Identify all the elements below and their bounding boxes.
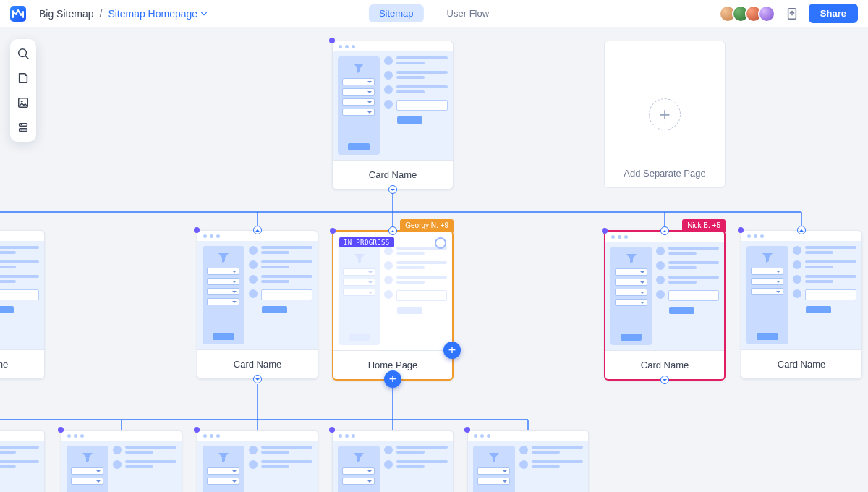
port-top[interactable] <box>797 226 806 234</box>
share-button[interactable]: Share <box>809 4 858 23</box>
breadcrumb-sitemap-link[interactable]: Sitemap Homepage <box>108 8 208 20</box>
tool-search[interactable] <box>14 45 32 62</box>
node-card[interactable] <box>0 430 45 492</box>
image-icon <box>17 96 30 109</box>
drag-handle-icon[interactable] <box>330 228 336 234</box>
port-bottom[interactable] <box>253 375 262 383</box>
drag-handle-icon[interactable] <box>194 427 200 433</box>
drag-handle-icon[interactable] <box>194 227 200 233</box>
node-card[interactable]: Card Name <box>0 230 45 379</box>
node-card[interactable] <box>332 430 454 492</box>
node-titlebar[interactable] <box>333 41 453 51</box>
node-card[interactable] <box>197 430 318 492</box>
tool-note[interactable] <box>14 69 32 87</box>
node-card[interactable] <box>467 430 589 492</box>
project-name: Big Sitemap <box>39 8 93 20</box>
port-top[interactable] <box>388 226 397 235</box>
svg-rect-4 <box>20 124 27 127</box>
node-title[interactable]: Card Name <box>197 349 318 378</box>
plus-icon: + <box>649 98 681 130</box>
collaborator-avatars[interactable] <box>719 5 775 22</box>
collaborator-tag[interactable]: Georgy N. +9 <box>400 219 454 232</box>
node-card[interactable]: Card Name <box>197 230 318 379</box>
header-right: Share <box>719 4 858 23</box>
add-page-label: Add Separate Page <box>624 168 705 179</box>
sitemap-canvas[interactable]: Card Name + Add Separate Page Card Name … <box>0 27 868 492</box>
node-card[interactable]: Nick B. +5 Card Name <box>604 230 726 381</box>
status-badge: IN PROGRESS <box>339 237 394 247</box>
tool-layers[interactable] <box>14 119 32 136</box>
drag-handle-icon[interactable] <box>464 427 470 433</box>
node-root[interactable]: Card Name <box>332 41 454 190</box>
tab-userflow[interactable]: User Flow <box>437 4 500 22</box>
node-home-page[interactable]: Georgy N. +9 IN PROGRESS Home Page + + <box>332 230 454 381</box>
export-button[interactable] <box>784 6 800 22</box>
avatar[interactable] <box>758 5 775 22</box>
assignee-placeholder-icon[interactable] <box>435 237 446 249</box>
svg-point-1 <box>19 49 27 57</box>
app-header: Big Sitemap / Sitemap Homepage Sitemap U… <box>0 0 868 27</box>
add-separate-page-button[interactable]: + Add Separate Page <box>604 41 726 188</box>
chevron-down-icon <box>200 10 208 17</box>
tool-image[interactable] <box>14 94 32 111</box>
node-card[interactable]: Card Name <box>741 230 862 379</box>
port-top[interactable] <box>253 226 262 234</box>
node-title[interactable]: Card Name <box>605 350 724 379</box>
wireframe-preview <box>333 51 453 160</box>
svg-point-6 <box>20 124 22 126</box>
drag-handle-icon[interactable] <box>329 427 335 433</box>
port-bottom[interactable] <box>660 376 669 384</box>
collaborator-tag[interactable]: Nick B. +5 <box>682 219 726 232</box>
drag-handle-icon[interactable] <box>602 228 608 234</box>
breadcrumb-link-label: Sitemap Homepage <box>108 8 197 20</box>
add-sibling-button[interactable]: + <box>443 342 461 359</box>
breadcrumb-separator: / <box>99 8 102 20</box>
drag-handle-icon[interactable] <box>738 227 744 233</box>
node-title[interactable]: Card Name <box>0 349 44 378</box>
app-logo[interactable] <box>10 6 26 22</box>
layers-icon <box>17 121 30 134</box>
port-bottom[interactable] <box>388 185 397 194</box>
svg-point-7 <box>20 130 22 131</box>
breadcrumb: Big Sitemap / Sitemap Homepage <box>39 8 208 20</box>
node-title[interactable]: Card Name <box>333 160 453 189</box>
add-child-button[interactable]: + <box>384 370 401 388</box>
svg-point-3 <box>21 101 23 103</box>
export-icon <box>786 7 799 20</box>
node-card[interactable] <box>61 430 182 492</box>
view-tabs: Sitemap User Flow <box>369 4 499 22</box>
tab-sitemap[interactable]: Sitemap <box>369 4 424 22</box>
drag-handle-icon[interactable] <box>58 427 64 433</box>
drag-handle-icon[interactable] <box>329 38 335 43</box>
search-icon <box>17 47 30 60</box>
left-toolbar <box>10 39 36 142</box>
note-icon <box>17 72 30 85</box>
svg-rect-5 <box>20 129 27 132</box>
port-top[interactable] <box>660 226 669 235</box>
node-title[interactable]: Card Name <box>741 349 861 378</box>
